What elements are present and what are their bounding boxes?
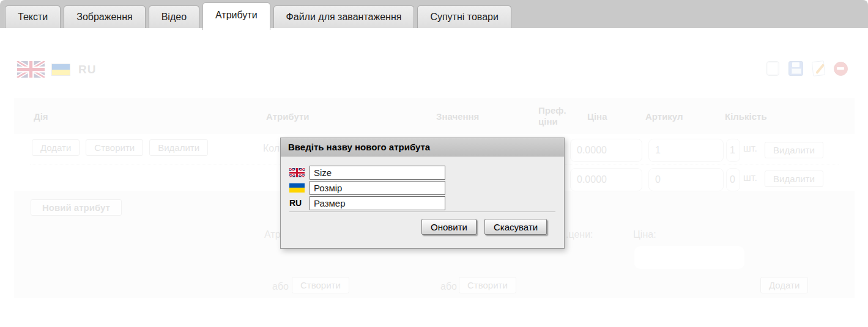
modal-row-uk [289,180,445,195]
tab-files[interactable]: Файли для завантаження [273,6,415,28]
attribute-name-uk-input[interactable] [310,181,445,195]
product-edit-page: Тексти Зображення Відео Атрибути Файли д… [0,0,868,327]
tab-attributes[interactable]: Атрибути [202,2,270,30]
ua-flag-icon [289,183,308,193]
uk-flag-icon [289,168,308,177]
tab-images[interactable]: Зображення [64,6,145,28]
modal-separator [289,211,555,212]
tab-strip: Тексти Зображення Відео Атрибути Файли д… [0,0,868,28]
ru-language-label: RU [289,198,302,208]
modal-row-ru: RU [289,196,445,210]
tab-texts[interactable]: Тексти [5,6,61,28]
modal-row-en [289,165,445,180]
attribute-name-en-input[interactable] [310,166,445,180]
tab-list: Тексти Зображення Відео Атрибути Файли д… [5,0,511,28]
modal-title: Введіть назву нового атрибута [281,138,564,156]
tab-related-products[interactable]: Супутні товари [417,6,511,28]
attribute-name-ru-input[interactable] [310,196,445,210]
modal-titlebar[interactable]: Введіть назву нового атрибута [281,138,564,156]
new-attribute-modal: Введіть назву нового атрибута RU [280,138,565,249]
cancel-button[interactable]: Скасувати [484,219,547,235]
update-button[interactable]: Оновити [421,219,477,235]
tab-video[interactable]: Відео [149,6,199,28]
